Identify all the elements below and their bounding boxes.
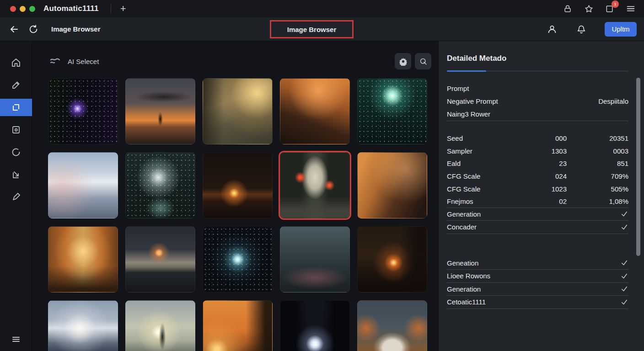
window-controls — [10, 6, 35, 12]
metadata-row: Sampler13030003 — [447, 144, 628, 157]
panel-title: Detailed Metado — [447, 54, 628, 63]
lock-icon[interactable] — [563, 4, 573, 14]
metadata-action-row[interactable]: Generation — [447, 283, 628, 296]
gallery-area: AI Selecet — [32, 41, 438, 351]
refresh-icon[interactable] — [27, 23, 39, 35]
active-tab-indicator — [447, 70, 486, 72]
bell-icon[interactable] — [575, 23, 587, 35]
expand-arrow-icon — [620, 259, 628, 267]
minimize-window-button[interactable] — [20, 6, 26, 12]
gallery-thumb[interactable] — [357, 300, 427, 351]
gallery-thumb[interactable] — [357, 78, 427, 144]
gallery-thumb[interactable] — [357, 152, 427, 218]
gallery-thumb[interactable] — [203, 300, 273, 351]
expand-arrow-icon — [620, 285, 628, 293]
favorite-star-icon[interactable] — [584, 4, 594, 14]
filter-icon — [49, 57, 61, 65]
metadata-row: Seed00020351 — [447, 132, 628, 145]
sidebar — [0, 41, 32, 351]
pencil-icon — [13, 82, 19, 89]
settings-button[interactable] — [395, 53, 411, 69]
maximize-window-button[interactable] — [29, 6, 35, 12]
sidebar-item-annotate[interactable] — [0, 188, 32, 206]
navigation-toolbar: Image Browser Image Browser Upltm — [0, 17, 644, 41]
panel-scrollbar[interactable] — [636, 78, 640, 256]
metadata-action-row[interactable]: Lioee Rowons — [447, 270, 628, 283]
menu-icon — [13, 337, 19, 341]
gallery-thumb[interactable] — [280, 226, 350, 292]
metadata-action-row[interactable]: Concader — [447, 221, 628, 234]
sidebar-menu-button[interactable] — [0, 334, 32, 345]
metadata-action-row[interactable]: Geneation — [447, 257, 628, 270]
gallery-thumb[interactable] — [48, 78, 118, 144]
highlighted-page-title: Image Browser — [270, 20, 354, 38]
link-out-icon — [13, 172, 18, 178]
gallery-thumb[interactable] — [125, 78, 195, 144]
notification-badge: 1 — [612, 0, 619, 8]
metadata-action-row[interactable]: Generation — [447, 208, 628, 221]
app-title: Automatic1111 — [43, 4, 99, 13]
expand-arrow-icon — [620, 223, 628, 231]
metadata-row: CFG Scale1023505% — [447, 182, 628, 195]
square-icon — [13, 127, 19, 133]
ai-select-control[interactable]: AI Selecet — [49, 57, 99, 65]
sidebar-item-image-browser[interactable] — [0, 99, 32, 116]
gallery-thumb[interactable] — [203, 152, 273, 218]
notifications-tray-icon[interactable]: 1 — [605, 4, 615, 14]
close-window-button[interactable] — [10, 6, 16, 12]
metadata-panel: Detailed Metado Prompt Negative PromptDe… — [438, 41, 644, 351]
sidebar-item-home[interactable] — [0, 54, 32, 71]
hamburger-menu-icon[interactable] — [626, 4, 636, 14]
tab-separator — [111, 4, 111, 13]
user-profile-icon[interactable] — [546, 23, 558, 35]
metadata-row: Negative PromptDespiitalo — [447, 95, 628, 108]
metadata-row: CFG Scale024709% — [447, 170, 628, 183]
expand-arrow-icon — [620, 210, 628, 218]
image-grid — [48, 78, 438, 351]
metadata-row: Naing3 Rower — [447, 108, 628, 121]
sidebar-item-sync[interactable] — [0, 144, 32, 161]
expand-arrow-icon — [620, 272, 628, 280]
gear-icon — [399, 57, 408, 66]
upload-button[interactable]: Upltm — [605, 22, 637, 37]
new-tab-button[interactable]: + — [120, 4, 126, 14]
sidebar-item-external[interactable] — [0, 166, 32, 183]
gallery-thumb[interactable] — [125, 300, 195, 351]
gallery-thumb[interactable] — [48, 152, 118, 218]
pen-icon — [13, 193, 20, 200]
metadata-row: Prompt — [447, 82, 628, 95]
gallery-thumb[interactable] — [125, 152, 195, 218]
sidebar-item-edit[interactable] — [0, 76, 32, 94]
ai-select-label: AI Selecet — [68, 58, 99, 65]
gallery-thumb[interactable] — [48, 300, 118, 351]
metadata-row: Fnejmos021,08% — [447, 195, 628, 208]
expand-arrow-icon — [620, 298, 628, 306]
metadata-action-row[interactable]: Cetoatic1111 — [447, 296, 628, 309]
gallery-thumb[interactable] — [280, 78, 350, 144]
search-icon — [419, 57, 428, 66]
gallery-thumb[interactable] — [125, 226, 195, 292]
title-bar: Automatic1111 + 1 — [0, 0, 644, 17]
gallery-icon — [13, 105, 19, 110]
home-icon — [12, 59, 20, 66]
gallery-thumb[interactable] — [203, 226, 273, 292]
search-button[interactable] — [415, 53, 431, 69]
gallery-thumb-selected[interactable] — [280, 152, 350, 218]
metadata-row: Eald23851 — [447, 157, 628, 170]
breadcrumb: Image Browser — [51, 25, 101, 33]
gallery-thumb[interactable] — [280, 300, 350, 351]
gallery-thumb[interactable] — [203, 78, 273, 144]
circle-sync-icon — [12, 149, 19, 156]
gallery-thumb[interactable] — [48, 226, 118, 292]
sidebar-item-apps[interactable] — [0, 121, 32, 138]
page-title: Image Browser — [287, 26, 337, 33]
back-arrow-icon[interactable] — [8, 23, 20, 35]
gallery-thumb[interactable] — [357, 226, 427, 292]
